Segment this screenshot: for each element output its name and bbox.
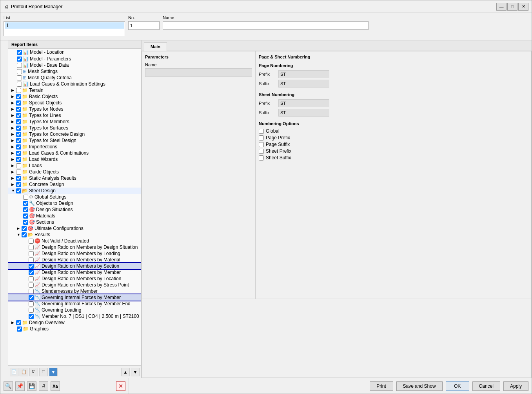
tree-item-governing-loading[interactable]: 📉 Governing Loading: [8, 307, 141, 313]
close-button[interactable]: ✕: [518, 3, 528, 11]
tree-area[interactable]: 📊 Model - Location 📊 Model - Parameters …: [8, 49, 141, 365]
expand-special[interactable]: ▶: [11, 101, 15, 105]
cb-guide[interactable]: [16, 170, 21, 175]
expand-loads[interactable]: ▶: [11, 164, 15, 168]
tree-item-types-lines[interactable]: ▶ 📁 Types for Lines: [8, 112, 141, 119]
tree-item-imperfections[interactable]: ▶ 📁 Imperfections: [8, 144, 141, 150]
tree-item-types-concrete[interactable]: ▶ 📁 Types for Concrete Design: [8, 131, 141, 137]
tree-item-design-situations[interactable]: 🎯 Design Situations: [8, 206, 141, 213]
cb-mesh-quality[interactable]: [17, 75, 22, 80]
tree-item-objects-to-design[interactable]: 🔧 Objects to Design: [8, 200, 141, 206]
tree-item-steel-design[interactable]: ▼ 📂 Steel Design: [8, 188, 141, 194]
tree-item-design-overview[interactable]: ▶ 📁 Design Overview: [8, 319, 141, 326]
tree-item-types-surfaces[interactable]: ▶ 📁 Types for Surfaces: [8, 125, 141, 131]
cb-terrain[interactable]: [16, 88, 21, 93]
xa-button[interactable]: Xa: [51, 381, 60, 391]
tree-item-dr-material[interactable]: 📈 Design Ratio on Members by Material: [8, 257, 141, 263]
cb-dr-ds[interactable]: [29, 245, 34, 250]
cb-page-suffix[interactable]: [259, 142, 264, 147]
sheet-suffix-input[interactable]: [278, 109, 329, 117]
tree-item-sections[interactable]: 🎯 Sections: [8, 219, 141, 225]
cb-load-wizards[interactable]: [16, 157, 21, 162]
cb-sections[interactable]: [23, 220, 28, 225]
tree-item-terrain[interactable]: ▶ 📁 Terrain: [8, 87, 141, 93]
cb-slendernesses[interactable]: [29, 289, 34, 294]
tree-item-mesh-quality[interactable]: ⊞ Mesh Quality Criteria: [8, 75, 141, 81]
ok-button[interactable]: OK: [446, 381, 469, 391]
cb-objects-design[interactable]: [23, 201, 28, 206]
print-button[interactable]: Print: [370, 381, 393, 391]
cancel-button[interactable]: Cancel: [472, 381, 500, 391]
cb-dr-location[interactable]: [29, 276, 34, 281]
no-input[interactable]: [128, 21, 160, 30]
cb-types-surfaces[interactable]: [16, 126, 21, 131]
search-button[interactable]: 🔍: [4, 381, 13, 391]
save-show-button[interactable]: Save and Show: [396, 381, 443, 391]
tree-item-dr-ds[interactable]: 📈 Design Ratio on Members by Design Situ…: [8, 244, 141, 250]
minimize-button[interactable]: —: [496, 3, 507, 11]
tree-item-dr-loading[interactable]: 📈 Design Ratio on Members by Loading: [8, 250, 141, 257]
expand-lc-comb[interactable]: ▶: [11, 151, 15, 155]
cb-concrete[interactable]: [16, 182, 21, 187]
cb-types-members[interactable]: [16, 119, 21, 124]
cb-page-prefix[interactable]: [259, 135, 264, 140]
sheet-prefix-input[interactable]: [278, 99, 329, 107]
tree-item-graphics[interactable]: 📁 Graphics: [8, 326, 141, 332]
cb-not-valid[interactable]: [29, 239, 34, 244]
cb-lc-settings[interactable]: [17, 82, 22, 87]
params-name-input[interactable]: [145, 68, 252, 77]
cb-dr-stress[interactable]: [29, 283, 34, 288]
paste-button[interactable]: 📋: [20, 368, 28, 376]
cb-lc-comb[interactable]: [16, 151, 21, 156]
tree-item-types-members[interactable]: ▶ 📁 Types for Members: [8, 119, 141, 125]
cb-design-sits[interactable]: [23, 207, 28, 212]
tree-item-materials[interactable]: 🎯 Materials: [8, 213, 141, 219]
expand-types-members[interactable]: ▶: [11, 120, 15, 124]
expand-types-concrete[interactable]: ▶: [11, 132, 15, 136]
expand-load-wizards[interactable]: ▶: [11, 157, 15, 161]
cb-results[interactable]: [22, 232, 27, 237]
cb-types-nodes[interactable]: [16, 107, 21, 112]
cb-governing-internal[interactable]: [29, 295, 34, 300]
copy-button[interactable]: 📄: [10, 368, 18, 376]
check-all-button[interactable]: ☑: [29, 368, 38, 376]
expand-steel[interactable]: ▼: [11, 189, 15, 193]
page-suffix-input[interactable]: [278, 80, 329, 88]
expand-basic-objects[interactable]: ▶: [11, 95, 15, 98]
print-icon-button[interactable]: 🖨: [39, 381, 48, 391]
tree-item-results[interactable]: ▼ 📂 Results: [8, 232, 141, 238]
expand-static[interactable]: ▶: [11, 176, 15, 180]
name-input[interactable]: [163, 21, 369, 30]
expand-guide[interactable]: ▶: [11, 170, 15, 174]
delete-button[interactable]: ✕: [116, 381, 125, 391]
tree-item-model-params[interactable]: 📊 Model - Parameters: [8, 56, 141, 62]
expand-ultimate[interactable]: ▶: [17, 226, 21, 230]
tree-item-dr-section[interactable]: 📈 Design Ratio on Members by Section: [8, 263, 141, 269]
expand-types-surfaces[interactable]: ▶: [11, 126, 15, 130]
cb-design-overview[interactable]: [16, 320, 21, 325]
cb-steel[interactable]: [16, 188, 21, 193]
save-icon-button[interactable]: 💾: [27, 381, 36, 391]
cb-model-location[interactable]: [17, 50, 22, 55]
tree-item-loads[interactable]: ▶ 📁 Loads: [8, 162, 141, 169]
tree-item-slendernesses[interactable]: 📉 Slendernesses by Member: [8, 288, 141, 294]
cb-basic-objects[interactable]: [16, 94, 21, 99]
tree-item-lc-comb[interactable]: ▶ 📁 Load Cases & Combinations: [8, 150, 141, 156]
pin-button[interactable]: 📌: [15, 381, 25, 391]
tree-item-model-location[interactable]: 📊 Model - Location: [8, 49, 141, 56]
tree-item-basic-objects[interactable]: ▶ 📁 Basic Objects: [8, 93, 141, 100]
tree-item-member-no7[interactable]: 📉 Member No. 7 | DS1 | CO4 | 2.500 m | S…: [8, 313, 141, 319]
cb-materials[interactable]: [23, 213, 28, 219]
tree-item-concrete[interactable]: ▶ 📁 Concrete Design: [8, 181, 141, 188]
expand-types-nodes[interactable]: ▶: [11, 107, 15, 111]
tree-item-dr-member[interactable]: 📈 Design Ratio on Members by Member: [8, 269, 141, 275]
expand-results[interactable]: ▼: [17, 233, 21, 237]
tree-item-model-base[interactable]: 📊 Model - Base Data: [8, 62, 141, 68]
tree-item-load-wizards[interactable]: ▶ 📁 Load Wizards: [8, 156, 141, 162]
cb-governing-end[interactable]: [29, 301, 34, 306]
cb-dr-section[interactable]: [29, 264, 34, 269]
tree-item-special-objects[interactable]: ▶ 📁 Special Objects: [8, 100, 141, 106]
cb-model-base[interactable]: [17, 63, 22, 68]
cb-ultimate[interactable]: [22, 226, 27, 231]
expand-types-steel[interactable]: ▶: [11, 139, 15, 142]
